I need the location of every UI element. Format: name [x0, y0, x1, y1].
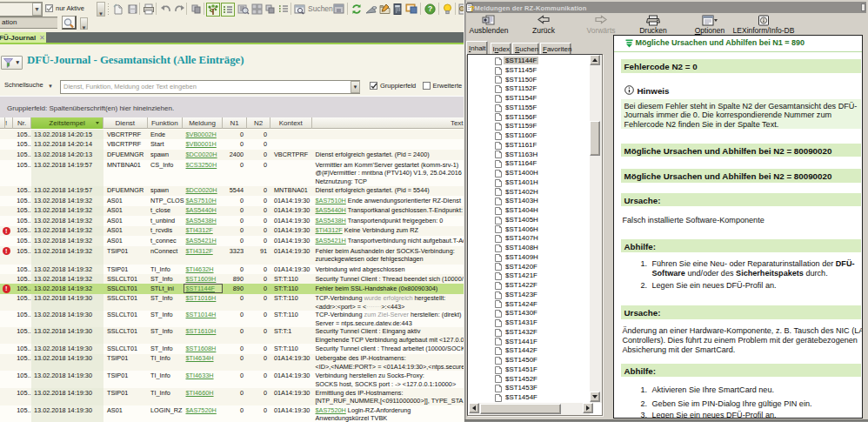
svg-text:?: ?	[428, 4, 432, 13]
